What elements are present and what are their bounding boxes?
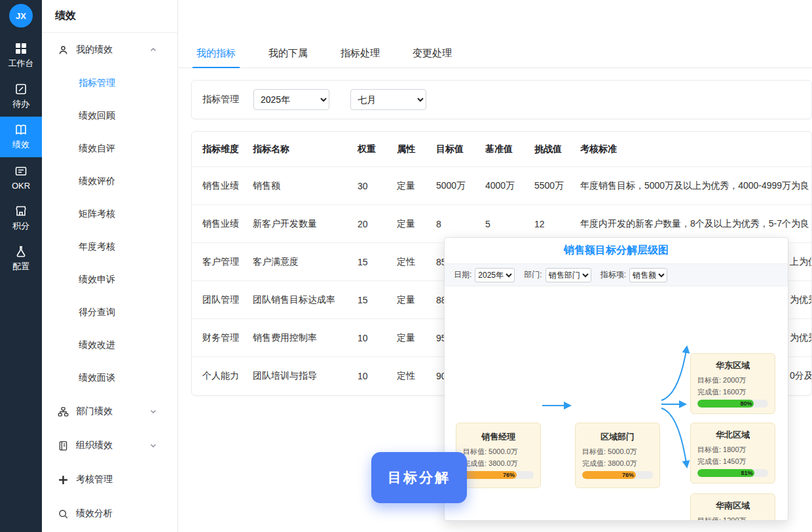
sidebar-item-performance-analysis[interactable]: 绩效分析 [42, 497, 177, 531]
rail-item-label: 绩效 [12, 139, 29, 151]
cell-weight: 15 [358, 295, 397, 305]
rail-item-config[interactable]: 配置 [0, 238, 42, 279]
sidebar-item-annual-assessment[interactable]: 年度考核 [42, 231, 177, 263]
sidebar-item-self-assessment[interactable]: 绩效自评 [42, 132, 177, 165]
progress-fill: 81% [697, 469, 754, 477]
sidebar-item-performance-interview[interactable]: 绩效面谈 [42, 362, 177, 394]
sidebar-item-my-performance[interactable]: 我的绩效 [42, 33, 177, 67]
rail-item-okr[interactable]: OKR [0, 157, 42, 198]
col-header-weight: 权重 [358, 143, 397, 155]
modal-year-select[interactable]: 2025年 [475, 268, 515, 282]
col-header-target: 目标值 [436, 143, 485, 155]
sidebar-item-label: 绩效分析 [76, 508, 113, 520]
cell-dimension: 团队管理 [202, 294, 253, 306]
rail-items: 工作台 待办 绩效 OKR [0, 35, 42, 279]
rail-item-todo[interactable]: 待办 [0, 76, 42, 117]
chevron-down-icon [149, 442, 157, 449]
col-header-challenge: 挑战值 [534, 143, 580, 155]
node-target-value: 目标值: 1800万 [697, 445, 768, 455]
cell-dimension: 客户管理 [202, 256, 253, 268]
node-title: 区域部门 [582, 431, 653, 443]
cell-name: 销售费用控制率 [253, 332, 358, 344]
col-header-baseline: 基准值 [485, 143, 534, 155]
cell-dimension: 个人能力 [202, 370, 253, 382]
node-target-value: 目标值: 2000万 [697, 375, 768, 385]
sidebar-item-performance-review[interactable]: 绩效回顾 [42, 100, 177, 132]
rail-item-points[interactable]: 积分 [0, 198, 42, 238]
tab-indicator-processing[interactable]: 指标处理 [337, 39, 384, 67]
modal-department-select[interactable]: 销售部门 [545, 268, 591, 282]
progress-fill: 80% [697, 400, 754, 408]
cell-standard: 年度销售目标，5000万及以上为优秀，4000-4999万为良 [580, 180, 811, 192]
app-root: JX 工作台 待办 绩效 [0, 0, 812, 532]
node-south-region[interactable]: 华南区域 目标值: 1200万 完成值: 750万 63% [690, 493, 775, 520]
cell-dimension: 销售业绩 [202, 218, 253, 230]
sidebar-item-score-query[interactable]: 得分查询 [42, 296, 177, 329]
goal-decomposition-button[interactable]: 目标分解 [371, 452, 467, 503]
sidebar-item-matrix-assessment[interactable]: 矩阵考核 [42, 198, 177, 231]
cell-weight: 10 [358, 371, 397, 381]
node-target-value: 目标值: 5000.0万 [463, 447, 534, 457]
cell-weight: 15 [358, 257, 397, 267]
rail-item-performance[interactable]: 绩效 [0, 117, 42, 157]
node-title: 华北区域 [697, 429, 768, 441]
sidebar-item-performance-improvement[interactable]: 绩效改进 [42, 329, 177, 362]
cell-name: 团队培训与指导 [253, 370, 358, 382]
cell-weight: 30 [358, 181, 397, 191]
node-target-value: 目标值: 5000.0万 [582, 447, 653, 457]
rail-item-label: 工作台 [9, 58, 34, 69]
year-select[interactable]: 2025年 [253, 89, 329, 110]
cell-attribute: 定量 [397, 294, 436, 306]
month-select[interactable]: 七月 [350, 89, 426, 110]
tab-bar: 我的指标 我的下属 指标处理 变更处理 [178, 39, 812, 68]
cell-weight: 10 [358, 333, 397, 343]
node-east-region[interactable]: 华东区域 目标值: 2000万 完成值: 1600万 80% [690, 353, 775, 414]
table-header-row: 指标维度 指标名称 权重 属性 目标值 基准值 挑战值 考核标准 [192, 132, 811, 167]
node-done-value: 完成值: 3800.0万 [463, 459, 534, 468]
node-sales-manager[interactable]: 销售经理 目标值: 5000.0万 完成值: 3800.0万 76% [456, 423, 541, 488]
department-filter-label: 部门: [524, 269, 542, 280]
search-icon [58, 508, 69, 520]
progress-fill: 76% [582, 471, 636, 479]
progress-bar: 80% [697, 400, 768, 408]
modal-filter-bar: 日期: 2025年 部门: 销售部门 指标项: 销售额 [445, 264, 788, 286]
rail-item-workbench[interactable]: 工作台 [0, 35, 42, 76]
plus-cross-icon [58, 474, 69, 485]
node-region-department[interactable]: 区域部门 目标值: 5000.0万 完成值: 3800.0万 76% [575, 423, 660, 488]
sidebar-item-performance-evaluation[interactable]: 绩效评价 [42, 165, 177, 198]
cell-challenge: 12 [534, 219, 580, 229]
node-done-value: 完成值: 1450万 [697, 457, 768, 466]
sidebar-item-performance-appeal[interactable]: 绩效申诉 [42, 263, 177, 296]
tab-change-processing[interactable]: 变更处理 [409, 39, 456, 67]
chevron-up-icon [149, 46, 157, 54]
cell-attribute: 定量 [397, 218, 436, 230]
rail-item-label: 积分 [12, 220, 29, 232]
sidebar-item-department-performance[interactable]: 部门绩效 [42, 394, 177, 428]
progress-bar: 76% [582, 471, 653, 479]
node-target-value: 目标值: 1200万 [697, 516, 768, 520]
edit-icon [14, 83, 28, 96]
cell-target: 8 [436, 219, 485, 229]
cell-weight: 20 [358, 219, 397, 229]
sidebar-item-organization-performance[interactable]: 组织绩效 [42, 428, 177, 463]
notebook-icon [58, 440, 69, 451]
sitemap-icon [58, 406, 69, 417]
modal-metric-select[interactable]: 销售额 [629, 268, 667, 282]
rail-item-label: 待办 [12, 98, 29, 110]
sidebar-title: 绩效 [42, 0, 177, 33]
tab-my-indicators[interactable]: 我的指标 [193, 39, 240, 67]
cell-attribute: 定性 [397, 256, 436, 268]
cell-dimension: 财务管理 [202, 332, 253, 344]
filter-bar: 指标管理 2025年 七月 [191, 80, 812, 119]
tab-my-subordinates[interactable]: 我的下属 [265, 39, 312, 67]
node-done-value: 完成值: 3800.0万 [582, 459, 653, 468]
sidebar-item-assessment-management[interactable]: 考核管理 [42, 463, 177, 497]
sidebar-item-indicator-management[interactable]: 指标管理 [42, 67, 177, 100]
sidebar: 绩效 我的绩效 指标管理 绩效回顾 绩效自评 绩效评价 矩阵考核 年度考核 绩效… [42, 0, 178, 532]
cell-attribute: 定量 [397, 180, 436, 192]
node-north-region[interactable]: 华北区域 目标值: 1800万 完成值: 1450万 81% [690, 423, 775, 484]
user-avatar[interactable]: JX [9, 4, 33, 28]
table-row[interactable]: 销售业绩 销售额 30 定量 5000万 4000万 5500万 年度销售目标，… [192, 167, 811, 205]
person-icon [58, 45, 69, 56]
col-header-attribute: 属性 [397, 143, 436, 155]
